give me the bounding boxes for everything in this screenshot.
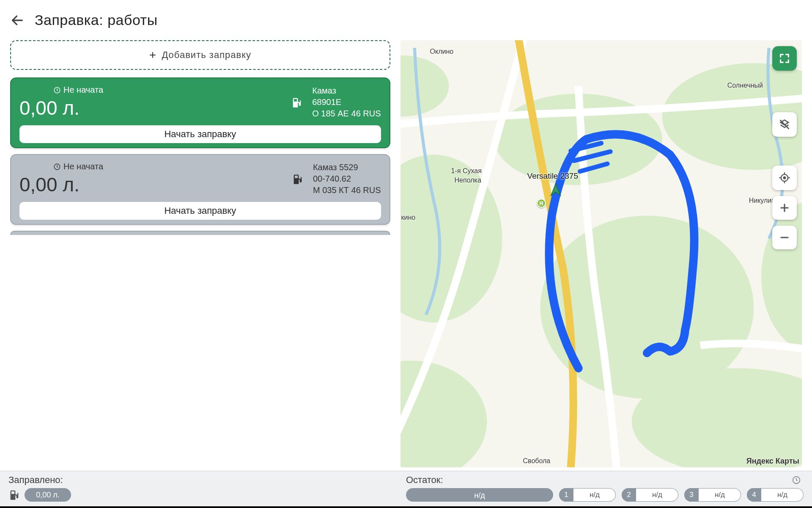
card-status-text: Не начата xyxy=(63,85,103,95)
start-fueling-label: Начать заправку xyxy=(164,129,236,140)
zoom-in-button[interactable] xyxy=(772,196,797,220)
route-off-icon xyxy=(779,119,790,130)
tank-chip: 4 н/д xyxy=(747,488,804,502)
card-volume: 0,00 л. xyxy=(19,173,103,196)
map-place-label: Оклино xyxy=(430,48,454,55)
map-attribution: Яндекс Карты xyxy=(746,457,799,466)
tank-chip: 1 н/д xyxy=(559,488,616,502)
clock-icon[interactable] xyxy=(792,475,801,485)
map-place-label: Солнечный xyxy=(727,82,763,89)
tank-chip-val: н/д xyxy=(699,488,741,502)
tank-chip-num: 3 xyxy=(684,488,699,502)
footer-left-label: Заправлено: xyxy=(8,475,406,486)
card-peek xyxy=(10,231,390,235)
remainder-pill: н/д xyxy=(406,488,553,502)
fueling-card[interactable]: Не начата 0,00 л. Камаз 68901E О 185 АЕ … xyxy=(10,77,390,148)
fullscreen-icon xyxy=(779,52,790,64)
vehicle-info: Камаз 68901E О 185 АЕ 46 RUS xyxy=(312,85,381,119)
clock-icon xyxy=(53,163,61,171)
locate-button[interactable] xyxy=(772,166,797,190)
fullscreen-button[interactable] xyxy=(772,46,797,71)
footer-right-label: Остаток: xyxy=(406,475,443,486)
vehicle-line: Камаз xyxy=(312,85,381,97)
plus-icon xyxy=(149,51,156,59)
tank-chip: 3 н/д xyxy=(684,488,741,502)
map-place-label: Свобола xyxy=(523,457,551,465)
vehicle-line: М 035 КТ 46 RUS xyxy=(313,185,381,196)
map-place-label: Неполка xyxy=(455,177,481,184)
map-place-label: 1-я Сухая xyxy=(451,167,482,175)
vehicle-line: О 185 АЕ 46 RUS xyxy=(312,108,381,119)
header: Заправка: работы xyxy=(0,0,812,36)
cards-list: Не начата 0,00 л. Камаз 68901E О 185 АЕ … xyxy=(10,77,390,235)
minus-icon xyxy=(779,232,790,243)
map-background xyxy=(401,40,802,467)
back-arrow-icon[interactable] xyxy=(10,13,25,28)
fuel-pump-icon xyxy=(292,173,304,185)
footer: Заправлено: 0,00 л. Остаток: н/д 1 н/д 2… xyxy=(0,471,812,508)
start-fueling-label: Начать заправку xyxy=(164,205,236,216)
vehicle-arrow-icon xyxy=(549,182,563,197)
tank-chip-num: 2 xyxy=(622,488,636,502)
map-controls xyxy=(772,46,797,249)
tank-chip-num: 4 xyxy=(747,488,761,502)
vehicle-info: Камаз 5529 00-740.62 М 035 КТ 46 RUS xyxy=(313,162,381,196)
vehicle-marker-label: Versatile 2375 xyxy=(527,171,578,181)
card-status: Не начата xyxy=(53,85,103,95)
left-column: Добавить заправку Не начата 0,00 л. xyxy=(10,40,390,467)
route-toggle-button[interactable] xyxy=(772,112,797,137)
tank-chip-val: н/д xyxy=(636,488,678,502)
yandex-badge-icon: Я xyxy=(537,199,546,208)
fuel-pump-icon xyxy=(8,489,20,501)
plus-icon xyxy=(779,202,790,214)
start-fueling-button[interactable]: Начать заправку xyxy=(19,125,381,143)
card-status: Не начата xyxy=(53,162,103,171)
tank-chip: 2 н/д xyxy=(622,488,678,502)
map[interactable]: Оклино Солнечный 1-я Сухая Неполка Никул… xyxy=(401,40,802,467)
clock-icon xyxy=(53,86,61,94)
fuel-pump-icon xyxy=(291,97,303,108)
main: Добавить заправку Не начата 0,00 л. xyxy=(0,36,812,471)
tank-chip-num: 1 xyxy=(559,488,573,502)
add-fueling-button[interactable]: Добавить заправку xyxy=(10,40,390,70)
card-status-text: Не начата xyxy=(63,162,103,171)
fuel-total-pill: 0,00 л. xyxy=(25,488,71,502)
page-title: Заправка: работы xyxy=(35,12,158,28)
start-fueling-button[interactable]: Начать заправку xyxy=(19,202,381,220)
tank-chip-val: н/д xyxy=(573,488,616,502)
card-volume: 0,00 л. xyxy=(19,97,103,119)
svg-point-18 xyxy=(784,177,786,179)
add-fueling-label: Добавить заправку xyxy=(162,50,251,61)
vehicle-line: Камаз 5529 xyxy=(313,162,381,173)
crosshair-icon xyxy=(779,172,790,184)
vehicle-line: 68901E xyxy=(312,97,381,108)
zoom-out-button[interactable] xyxy=(772,226,797,249)
tank-chip-val: н/д xyxy=(761,488,804,502)
map-place-label: кино xyxy=(401,214,416,221)
vehicle-line: 00-740.62 xyxy=(313,173,381,185)
fueling-card[interactable]: Не начата 0,00 л. Камаз 5529 00-740.62 М… xyxy=(10,154,390,225)
